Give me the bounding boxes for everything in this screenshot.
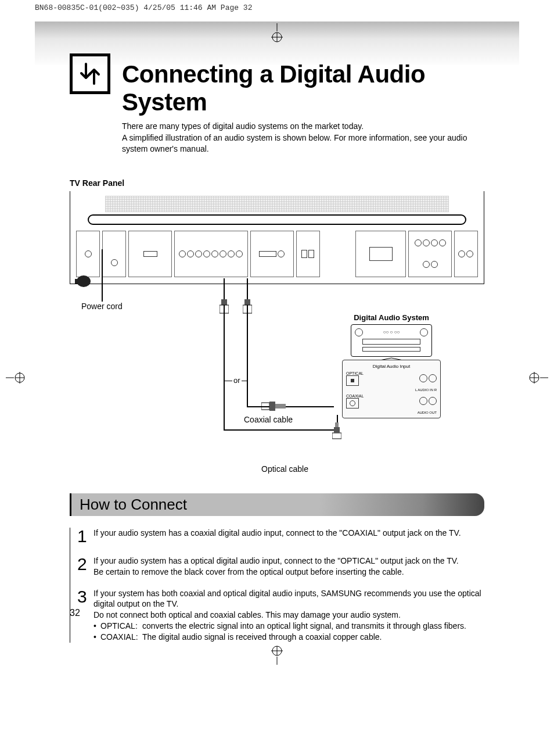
bullet-label: OPTICAL: (100, 621, 142, 632)
svg-rect-13 (332, 433, 341, 439)
coax-connector-icon (261, 400, 286, 412)
bullet-item: • OPTICAL: converts the electric signal … (93, 621, 484, 632)
crop-mark-icon (6, 372, 27, 384)
audio-in-label: L AUDIO IN R (346, 388, 437, 392)
print-header: BN68-00835C-01(002~035) 4/25/05 11:46 AM… (0, 0, 554, 16)
power-plug-icon (75, 273, 92, 290)
crop-mark-icon (527, 372, 548, 384)
how-to-title: How to Connect (80, 496, 187, 513)
steps-list: 1 If your audio system has a coaxial dig… (70, 528, 484, 643)
svg-rect-9 (243, 305, 252, 313)
or-label: or (232, 376, 242, 385)
step-text: If your system has both coaxial and opti… (93, 588, 484, 621)
tv-panel-label: TV Rear Panel (70, 178, 484, 188)
bullet-desc: converts the electric signal into an opt… (142, 621, 466, 632)
step-text: If your audio system has a optical digit… (93, 556, 459, 578)
digital-audio-input-panel: Digital Audio Input OPTICAL L AUDIO IN R… (342, 360, 441, 418)
svg-rect-11 (269, 402, 275, 411)
svg-rect-15 (335, 422, 339, 427)
svg-rect-12 (275, 404, 286, 409)
how-to-header: How to Connect (70, 493, 484, 516)
bullet-desc: The digital audio signal is received thr… (142, 632, 382, 643)
svg-rect-5 (75, 279, 80, 284)
step-2: 2 If your audio system has a optical dig… (77, 556, 484, 578)
audio-out-label: AUDIO OUT (346, 411, 437, 414)
page-title: Connecting a Digital Audio System (122, 53, 484, 116)
svg-rect-7 (220, 305, 229, 313)
page-number: 32 (70, 608, 80, 618)
crop-mark-icon (271, 23, 283, 44)
svg-rect-14 (334, 427, 340, 433)
intro-text: There are many types of digital audio sy… (122, 121, 484, 155)
connector-icon (243, 299, 252, 314)
step-number: 1 (77, 528, 88, 545)
section-icon (70, 53, 110, 94)
power-cord-label: Power cord (81, 302, 123, 311)
svg-rect-6 (221, 299, 227, 305)
audio-system: Digital Audio System ○○ ○ ○○ (351, 313, 432, 365)
optical-port-label: OPTICAL (346, 371, 364, 375)
step-number: 2 (77, 556, 88, 578)
connector-icon (220, 299, 229, 314)
connection-diagram: Power cord or Coaxial cable Optical cabl… (70, 191, 484, 482)
svg-rect-8 (244, 299, 250, 305)
tv-rear-panel (70, 191, 484, 284)
crop-mark-icon (271, 644, 283, 665)
bullet-item: • COAXIAL: The digital audio signal is r… (93, 632, 484, 643)
step-text: If your audio system has a coaxial digit… (93, 528, 461, 545)
bullet-label: COAXIAL: (100, 632, 142, 643)
audio-system-label: Digital Audio System (351, 313, 432, 322)
digi-panel-title: Digital Audio Input (346, 364, 437, 369)
coaxial-port-label: COAXIAL (346, 394, 364, 398)
step-3: 3 If your system has both coaxial and op… (77, 588, 484, 643)
optical-label: Optical cable (261, 464, 308, 474)
svg-rect-10 (261, 403, 269, 410)
coaxial-label: Coaxial cable (244, 415, 293, 424)
optical-connector-icon (332, 422, 341, 440)
step-1: 1 If your audio system has a coaxial dig… (77, 528, 484, 545)
